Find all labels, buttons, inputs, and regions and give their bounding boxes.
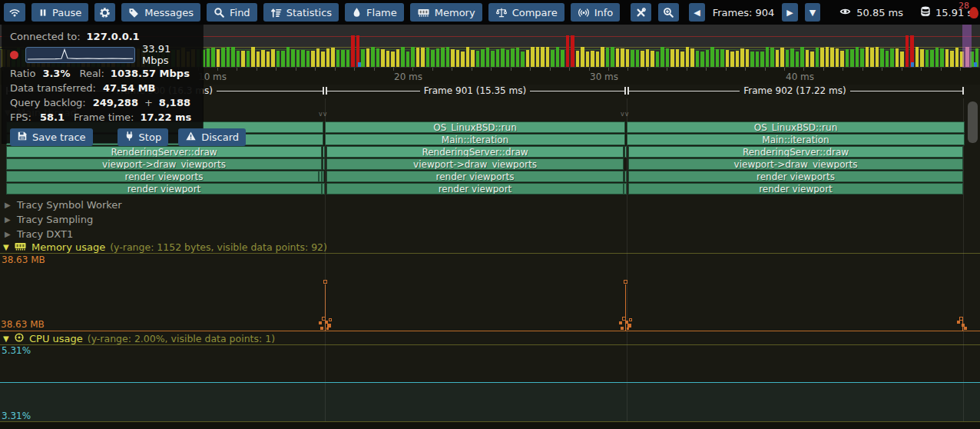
frame-bar[interactable] — [431, 50, 435, 67]
frame-bar[interactable] — [561, 50, 564, 67]
frame-bar[interactable] — [581, 47, 584, 67]
frame-bar[interactable] — [770, 48, 774, 67]
zone-sliver[interactable] — [624, 146, 627, 158]
frame-bar[interactable] — [666, 48, 670, 67]
zone-os-linuxbsd-run[interactable]: OS_LinuxBSD::run — [627, 121, 965, 133]
frame-bar[interactable] — [426, 48, 430, 67]
toolbar-button-connection[interactable] — [4, 3, 25, 22]
frame-bar[interactable] — [661, 47, 664, 67]
frame-bar-slow[interactable] — [906, 35, 909, 67]
collapse-arrow-icon[interactable]: ▼ — [3, 334, 9, 343]
toolbar-button-tools[interactable] — [631, 3, 651, 22]
zone-sliver[interactable] — [624, 183, 627, 195]
frame-bar[interactable] — [541, 47, 545, 67]
frame-bar[interactable] — [736, 51, 740, 67]
frame-bar[interactable] — [321, 52, 325, 67]
frame-bar[interactable] — [776, 50, 780, 67]
frame-bar[interactable] — [441, 48, 445, 67]
frame-bar[interactable] — [466, 47, 470, 67]
frame-bar[interactable] — [840, 51, 844, 67]
frame-bar[interactable] — [606, 48, 610, 67]
frame-bar-slow[interactable] — [571, 35, 574, 67]
memory-data-point[interactable] — [619, 321, 622, 324]
expand-arrow-icon[interactable]: ▶ — [5, 230, 11, 238]
frame-bar[interactable] — [886, 51, 889, 67]
frame-bar[interactable] — [401, 47, 405, 67]
frame-bar[interactable] — [207, 48, 210, 67]
frame-bar[interactable] — [935, 48, 939, 67]
frame-bar[interactable] — [536, 47, 540, 67]
frame-bar[interactable] — [231, 47, 235, 67]
zone-viewport-draw-viewports[interactable]: viewport->draw_viewports — [326, 158, 624, 170]
memory-data-point[interactable] — [326, 328, 329, 330]
collapse-arrow-icon[interactable]: ▼ — [3, 243, 9, 251]
frame-bar[interactable] — [830, 48, 834, 67]
frame-bar[interactable] — [211, 48, 215, 67]
frame-bar[interactable] — [820, 48, 824, 67]
zone-sliver[interactable] — [322, 171, 324, 182]
frame-bar[interactable] — [531, 47, 535, 67]
toolbar-button-pause[interactable]: Pause — [31, 3, 88, 22]
frame-bar[interactable] — [556, 47, 560, 67]
zone-render-viewport[interactable]: render viewport — [6, 183, 322, 195]
frame-bar[interactable] — [247, 51, 250, 67]
frame-bar[interactable] — [257, 52, 260, 67]
frame-bar[interactable] — [646, 49, 650, 67]
toolbar-button-zoom-fit[interactable] — [658, 3, 679, 22]
frame-bar[interactable] — [730, 52, 734, 67]
frame-bar[interactable] — [786, 50, 790, 67]
frame-bar[interactable] — [371, 47, 375, 67]
memory-data-point[interactable] — [319, 321, 322, 324]
frame-bar[interactable] — [306, 51, 310, 67]
zone-render-viewports[interactable]: render viewports — [326, 171, 624, 182]
frame-bar[interactable] — [896, 48, 899, 67]
frame-bar[interactable] — [551, 50, 555, 67]
toolbar-button-memory[interactable]: Memory — [410, 3, 482, 22]
frame-bar[interactable] — [286, 47, 290, 67]
save-trace-button[interactable]: Save trace — [10, 128, 93, 146]
frame-jump-button[interactable]: ▼ — [805, 3, 820, 22]
frame-bar[interactable] — [301, 50, 305, 67]
frame-bar[interactable] — [940, 48, 944, 67]
frame-bar[interactable] — [501, 48, 505, 67]
frame-next-button[interactable]: ▶ — [782, 3, 797, 22]
zone-main-iteration[interactable]: Main::iteration — [627, 134, 965, 145]
frame-bar[interactable] — [856, 47, 859, 67]
zone-viewport-draw-viewports[interactable]: viewport->draw_viewports — [628, 158, 963, 170]
frame-bar-wait[interactable] — [974, 62, 977, 67]
frame-bar[interactable] — [316, 48, 320, 67]
toolbar-button-compare[interactable]: Compare — [488, 3, 564, 22]
frame-bar[interactable] — [915, 47, 919, 67]
frame-bar[interactable] — [686, 47, 690, 67]
toolbar-button-flame[interactable]: Flame — [345, 3, 404, 22]
zone-render-viewport[interactable]: render viewport — [628, 183, 963, 195]
discard-button[interactable]: Discard — [178, 128, 246, 146]
frame-bar[interactable] — [876, 47, 879, 67]
frame-bar[interactable] — [451, 49, 455, 67]
memory-plot-header[interactable]: ▼ Memory usage (y-range: 1152 bytes, vis… — [3, 241, 327, 253]
frame-bar[interactable] — [381, 49, 385, 67]
zone-render-viewport[interactable]: render viewport — [326, 183, 624, 195]
memory-data-point[interactable] — [957, 321, 960, 324]
frame-bar[interactable] — [491, 51, 495, 67]
frame-bar[interactable] — [925, 50, 929, 67]
frame-bar[interactable] — [546, 47, 550, 67]
frame-bar[interactable] — [436, 48, 440, 67]
toolbar-button-info[interactable]: Info — [571, 3, 621, 22]
frame-bar[interactable] — [900, 52, 904, 67]
zone-sliver[interactable] — [322, 183, 325, 195]
frame-bar[interactable] — [656, 52, 660, 67]
frame-bar-slow[interactable] — [351, 35, 355, 67]
frame-bar[interactable] — [706, 50, 710, 67]
frame-bar[interactable] — [346, 50, 350, 67]
memory-data-point[interactable] — [329, 318, 332, 321]
memory-data-point[interactable] — [621, 327, 624, 330]
frame-bar[interactable] — [710, 47, 714, 67]
frame-bar[interactable] — [790, 48, 794, 67]
zone-os-linuxbsd-run[interactable]: OS_LinuxBSD::run — [325, 121, 625, 133]
zone-sliver[interactable] — [318, 171, 319, 182]
frame-bar[interactable] — [361, 49, 365, 67]
vertical-scrollbar-thumb[interactable] — [968, 101, 978, 143]
frame-bar[interactable] — [746, 49, 750, 67]
frame-bar[interactable] — [796, 52, 800, 67]
